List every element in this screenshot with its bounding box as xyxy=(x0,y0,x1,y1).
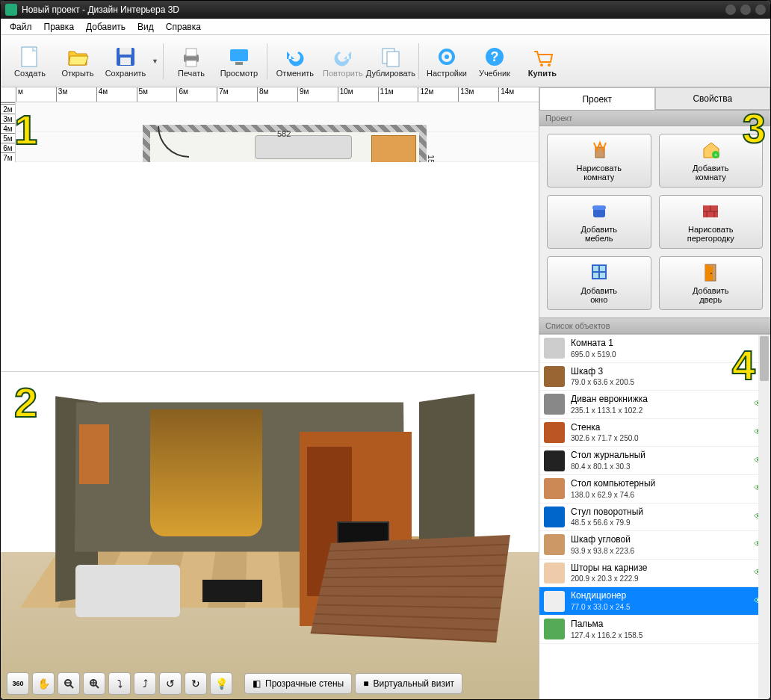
svg-rect-2 xyxy=(120,48,131,55)
object-name: Стол журнальный xyxy=(571,450,748,462)
object-dims: 93.9 x 93.8 x 223.6 xyxy=(571,546,748,556)
object-thumb xyxy=(544,338,565,359)
transparent-walls-button[interactable]: ◧Прозрачные стены xyxy=(244,673,352,694)
object-thumb xyxy=(544,507,565,527)
buy-button[interactable]: Купить xyxy=(519,39,566,84)
rotate-360-button[interactable]: 360 xyxy=(7,672,29,695)
view-3d[interactable]: 2 360 ✋ ⤵ ⤴ ↺ ↻ 💡 ◧Прозрачные стены ■Вир… xyxy=(1,371,539,699)
tilt-down-button[interactable]: ⤵ xyxy=(108,672,131,695)
close-button[interactable] xyxy=(755,4,766,15)
object-dims: 79.0 x 63.6 x 200.5 xyxy=(571,377,748,387)
object-name: Стол компьютерный xyxy=(571,478,748,490)
object-row[interactable]: Кондиционер 77.0 x 33.0 x 24.5 👁 xyxy=(539,587,770,616)
preview-button[interactable]: Просмотр xyxy=(216,39,262,84)
tab-project[interactable]: Проект xyxy=(539,87,655,110)
object-name: Комната 1 xyxy=(571,338,748,350)
svg-rect-6 xyxy=(186,61,196,66)
svg-rect-3 xyxy=(120,58,131,65)
svg-point-16 xyxy=(548,64,551,66)
svg-text:+: + xyxy=(714,152,718,158)
object-row[interactable]: Стенка 302.6 x 71.7 x 250.0 👁 xyxy=(539,419,770,447)
maximize-button[interactable] xyxy=(740,4,751,15)
object-dims: 235.1 x 113.1 x 102.2 xyxy=(571,406,748,415)
object-name: Пальма xyxy=(571,619,748,631)
object-dims: 695.0 x 519.0 xyxy=(571,350,748,359)
save-button[interactable]: Сохранить xyxy=(102,39,149,84)
minimize-button[interactable] xyxy=(725,4,736,15)
add-door-button[interactable]: Добавить дверь xyxy=(659,256,764,310)
object-name: Шкаф 3 xyxy=(571,366,748,378)
object-dims: 80.4 x 80.1 x 30.3 xyxy=(571,462,748,471)
svg-line-28 xyxy=(96,685,99,688)
open-button[interactable]: Открыть xyxy=(55,39,101,84)
object-row[interactable]: Стол журнальный 80.4 x 80.1 x 30.3 👁 xyxy=(539,447,770,475)
virtual-tour-button[interactable]: ■Виртуальный визит xyxy=(355,673,462,694)
menu-edit[interactable]: Правка xyxy=(38,20,81,34)
tutorial-button[interactable]: ?Учебник xyxy=(471,39,518,84)
object-row[interactable]: Шкаф угловой 93.9 x 93.8 x 223.6 👁 xyxy=(539,531,770,560)
pan-button[interactable]: ✋ xyxy=(32,672,55,695)
room-outline[interactable]: 32,52 582 154 347 см 159 65 см 489 95 66… xyxy=(143,125,427,162)
object-thumb xyxy=(544,534,565,555)
object-row[interactable]: Шкаф 3 79.0 x 63.6 x 200.5 xyxy=(539,363,770,391)
add-window-button[interactable]: Добавить окно xyxy=(547,256,651,310)
draw-partition-button[interactable]: Нарисовать перегородку xyxy=(659,195,764,249)
create-button[interactable]: Создать xyxy=(7,39,53,84)
draw-room-button[interactable]: Нарисовать комнату xyxy=(547,134,651,188)
zoom-out-3d-button[interactable] xyxy=(58,672,80,695)
scrollbar[interactable] xyxy=(758,335,770,699)
settings-button[interactable]: Настройки xyxy=(424,39,470,84)
object-row[interactable]: Диван еврокнижка 235.1 x 113.1 x 102.2 👁 xyxy=(539,391,770,419)
menubar: Файл Правка Добавить Вид Справка xyxy=(1,19,770,35)
object-name: Кондиционер xyxy=(571,590,748,602)
scrollbar-thumb[interactable] xyxy=(760,336,769,381)
object-thumb xyxy=(544,422,565,443)
menu-file[interactable]: Файл xyxy=(4,20,38,34)
svg-point-12 xyxy=(445,55,449,59)
save-dropdown[interactable]: ▼ xyxy=(152,58,158,65)
window-title: Новый проект - Дизайн Интерьера 3D xyxy=(22,4,179,15)
menu-help[interactable]: Справка xyxy=(160,20,207,34)
desk-2d[interactable] xyxy=(371,135,416,162)
menu-view[interactable]: Вид xyxy=(131,20,160,34)
object-dims: 48.5 x 56.6 x 79.9 xyxy=(571,518,748,527)
object-row[interactable]: Стул поворотный 48.5 x 56.6 x 79.9 👁 xyxy=(539,504,770,532)
rotate-left-button[interactable]: ↺ xyxy=(159,672,182,695)
svg-line-25 xyxy=(70,685,73,688)
duplicate-button[interactable]: Дублировать xyxy=(368,39,414,84)
tab-properties[interactable]: Свойства xyxy=(655,87,771,110)
menu-add[interactable]: Добавить xyxy=(80,20,131,34)
object-dims: 138.0 x 62.9 x 74.6 xyxy=(571,490,748,500)
zoom-in-3d-button[interactable] xyxy=(83,672,105,695)
add-furniture-button[interactable]: Добавить мебель xyxy=(547,195,651,249)
object-thumb xyxy=(544,591,565,612)
undo-button[interactable]: Отменить xyxy=(272,39,318,84)
object-dims: 302.6 x 71.7 x 250.0 xyxy=(571,433,748,443)
svg-rect-8 xyxy=(235,62,243,65)
object-row[interactable]: Пальма 127.4 x 116.2 x 158.5 xyxy=(539,616,770,644)
object-row[interactable]: Стол компьютерный 138.0 x 62.9 x 74.6 👁 xyxy=(539,475,770,504)
titlebar: Новый проект - Дизайн Интерьера 3D xyxy=(1,1,770,19)
tilt-up-button[interactable]: ⤴ xyxy=(134,672,156,695)
door-2d[interactable] xyxy=(158,126,189,158)
object-thumb xyxy=(544,619,565,639)
ruler-horizontal: м3м4м5м6м7м8м9м10м11м12м13м14м xyxy=(1,87,539,102)
object-thumb xyxy=(544,563,565,583)
object-name: Стул поворотный xyxy=(571,507,748,518)
redo-button[interactable]: Повторить xyxy=(320,39,366,84)
object-thumb xyxy=(544,450,565,471)
add-room-button[interactable]: +Добавить комнату xyxy=(659,134,764,188)
object-name: Стенка xyxy=(571,422,748,434)
object-list: 4 Комната 1 695.0 x 519.0 Шкаф 3 79.0 x … xyxy=(539,334,770,699)
rotate-right-button[interactable]: ↻ xyxy=(185,672,207,695)
sofa-2d[interactable] xyxy=(255,135,352,159)
object-row[interactable]: Шторы на карнизе 200.9 x 20.3 x 222.9 👁 xyxy=(539,560,770,588)
print-button[interactable]: Печать xyxy=(168,39,214,84)
light-button[interactable]: 💡 xyxy=(210,672,232,695)
object-dims: 200.9 x 20.3 x 222.9 xyxy=(571,574,748,583)
svg-point-15 xyxy=(540,64,543,66)
object-thumb xyxy=(544,478,565,499)
object-dims: 77.0 x 33.0 x 24.5 xyxy=(571,602,748,612)
object-row[interactable]: Комната 1 695.0 x 519.0 xyxy=(539,335,770,363)
floorplan-canvas[interactable]: 32,52 582 154 347 см 159 65 см 489 95 66… xyxy=(16,102,539,162)
